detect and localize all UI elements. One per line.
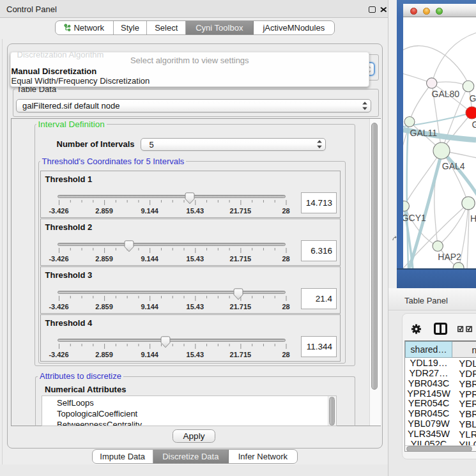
svg-text:GAL80: GAL80 [432, 89, 460, 99]
svg-text:HAP2: HAP2 [438, 252, 461, 262]
svg-text:GCY1: GCY1 [403, 212, 426, 222]
svg-text:GCN4: GCN4 [472, 119, 476, 129]
svg-text:GAL11: GAL11 [410, 127, 438, 137]
svg-text:GAL4: GAL4 [442, 160, 465, 171]
svg-text:HIS7: HIS7 [470, 213, 476, 223]
svg-text:GAL2: GAL2 [470, 93, 476, 103]
